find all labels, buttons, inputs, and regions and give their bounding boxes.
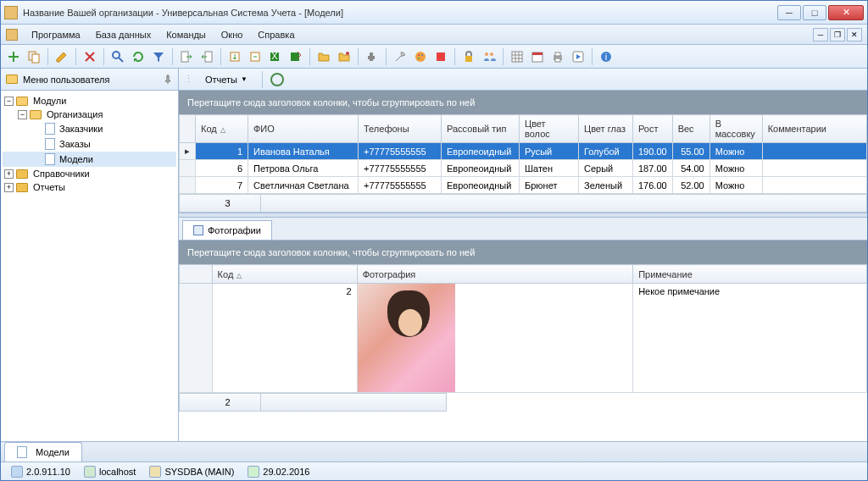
table-row[interactable]: 7Светличная Светлана+77775555555Европеои… [180,177,867,194]
bottom-tab-models[interactable]: Модели [4,442,82,462]
menu-window[interactable]: Окно [214,27,250,42]
tree-node-reports[interactable]: +Отчеты [3,180,176,194]
export-icon[interactable] [225,47,244,66]
col-comments[interactable]: Комментарии [762,115,866,143]
menu-program[interactable]: Программа [25,27,87,42]
col-detail-code[interactable]: Код△ [212,265,357,284]
minimize-button[interactable]: ─ [777,5,801,20]
group-panel-main[interactable]: Перетащите сюда заголовок колонки, чтобы… [179,91,867,114]
sidebar-header: Меню пользователя [1,69,178,91]
tree-node-modules[interactable]: −Модули [3,94,176,108]
col-height[interactable]: Рост [633,115,673,143]
detail-row-count: 2 [195,394,261,411]
app-window: Название Вашей организации - Универсальн… [0,0,868,481]
excel-export-icon[interactable]: X [266,47,285,66]
document-icon [45,153,55,165]
group-panel-detail[interactable]: Перетащите сюда заголовок колонки, чтобы… [179,240,867,264]
tree-node-orders[interactable]: Заказы [3,136,176,152]
info-icon[interactable]: i [597,47,615,66]
main-toolbar: X i [1,45,867,69]
color-icon[interactable] [431,47,450,66]
col-phones[interactable]: Телефоны [359,115,442,143]
search-icon[interactable] [108,47,127,66]
edit-icon[interactable] [53,47,71,66]
svg-rect-24 [555,58,560,62]
col-detail-note[interactable]: Примечание [633,265,867,284]
svg-point-18 [490,53,493,56]
mdi-close-button[interactable]: ✕ [847,28,862,41]
svg-rect-21 [532,53,542,55]
folder-icon[interactable] [335,47,353,66]
copy-icon[interactable] [25,47,43,66]
calendar-icon[interactable] [528,47,547,66]
mdi-restore-button[interactable]: ❐ [830,28,845,41]
print-icon[interactable] [548,47,567,66]
svg-point-2 [113,52,120,58]
col-crowd[interactable]: В массовку [709,115,762,143]
import-prev-icon[interactable] [198,47,216,66]
delete-icon[interactable] [81,47,99,66]
svg-rect-19 [512,52,522,62]
maximize-button[interactable]: □ [803,5,826,20]
calendar-icon [248,466,259,478]
excel-import-icon[interactable] [287,47,305,66]
photo-tab-icon [193,225,203,235]
svg-point-14 [418,58,420,59]
app-icon-small[interactable] [6,29,18,41]
status-host: localhost [79,466,141,478]
detail-tabs: Фотографии [179,218,867,240]
svg-point-17 [485,53,488,56]
export2-icon[interactable] [246,47,264,66]
play-icon[interactable] [569,47,587,66]
svg-text:i: i [605,52,607,62]
menu-help[interactable]: Справка [251,27,301,42]
main-area: Меню пользователя −Модули −Организация З… [1,69,867,441]
tree-node-customers[interactable]: Заказчики [3,121,176,136]
col-race[interactable]: Рассовый тип [442,115,520,143]
add-icon[interactable] [4,47,23,66]
svg-rect-16 [465,56,472,62]
refresh-icon[interactable] [129,47,147,66]
table-row[interactable]: 2 Некое примечание [180,284,867,393]
col-eyes[interactable]: Цвет глаз [579,115,633,143]
svg-text:X: X [271,51,278,61]
menu-commands[interactable]: Команды [159,27,213,42]
close-button[interactable]: ✕ [828,5,864,20]
table-row[interactable]: 6Петрова Ольга+77775555555ЕвропеоидныйШа… [180,160,867,177]
photo-thumbnail[interactable] [358,284,455,392]
tools-icon[interactable] [391,47,409,66]
col-detail-photo[interactable]: Фотография [357,265,633,284]
document-icon [17,446,27,458]
reports-dropdown[interactable]: Отчеты▼ [198,72,254,87]
col-fio[interactable]: ФИО [248,115,359,143]
plugin-icon[interactable] [363,47,381,66]
col-weight[interactable]: Вес [672,115,709,143]
col-code[interactable]: Код△ [196,115,248,143]
lock-icon[interactable] [459,47,478,66]
grid-icon[interactable] [508,47,526,66]
import-next-icon[interactable] [177,47,196,66]
tree-node-organization[interactable]: −Организация [3,108,176,121]
folder-icon [16,97,28,106]
col-hair[interactable]: Цвет волос [520,115,579,143]
pin-icon[interactable] [163,75,173,85]
tree-node-models[interactable]: Модели [3,152,176,167]
svg-rect-1 [32,54,39,63]
mdi-minimize-button[interactable]: ─ [813,28,828,41]
clock-icon[interactable] [270,73,284,86]
window-title: Название Вашей организации - Универсальн… [23,8,776,18]
row-indicator-header [180,265,213,284]
host-icon [84,466,96,478]
status-user: SYSDBA (MAIN) [144,466,239,478]
filter-icon[interactable] [149,47,168,66]
menu-database[interactable]: База данных [89,27,159,42]
tree-node-reference[interactable]: +Справочники [3,167,176,180]
tab-photos[interactable]: Фотографии [182,220,272,240]
splitter-grip-icon[interactable]: ⋮ [184,74,193,85]
users-icon[interactable] [480,47,498,66]
folder-open-icon[interactable] [314,47,333,66]
folder-icon [16,169,28,179]
palette-icon[interactable] [411,47,430,66]
folder-icon [30,110,42,119]
table-row[interactable]: ▸ 1Иванова Наталья+77775555555Европеоидн… [180,143,867,160]
